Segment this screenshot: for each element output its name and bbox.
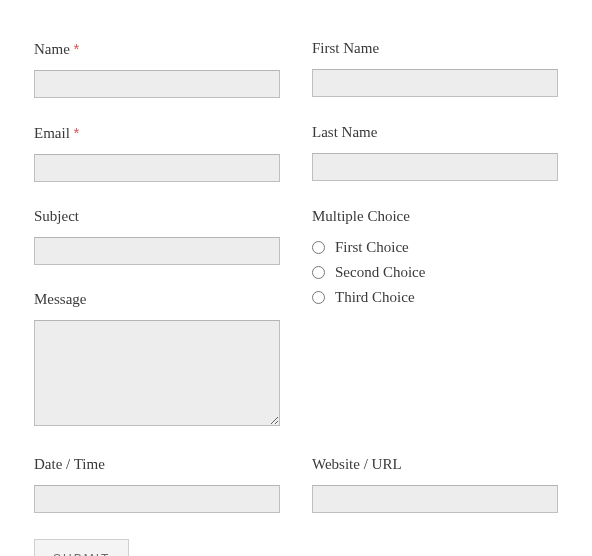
required-marker: * bbox=[74, 40, 80, 57]
last-name-input[interactable] bbox=[312, 153, 558, 181]
last-name-label: Last Name bbox=[312, 124, 558, 141]
field-first-name: First Name bbox=[312, 40, 558, 98]
field-subject: Subject Message bbox=[34, 208, 280, 430]
radio-option[interactable]: Second Choice bbox=[312, 264, 558, 281]
email-input[interactable] bbox=[34, 154, 280, 182]
name-label: Name * bbox=[34, 40, 280, 58]
submit-button[interactable]: SUBMIT bbox=[34, 539, 129, 556]
multiple-choice-group: First Choice Second Choice Third Choice bbox=[312, 237, 558, 306]
first-name-label: First Name bbox=[312, 40, 558, 57]
field-last-name: Last Name bbox=[312, 124, 558, 182]
field-name: Name * bbox=[34, 40, 280, 98]
message-textarea[interactable] bbox=[34, 320, 280, 426]
radio-label: Third Choice bbox=[335, 289, 415, 306]
field-email: Email * bbox=[34, 124, 280, 182]
first-name-input[interactable] bbox=[312, 69, 558, 97]
radio-option[interactable]: First Choice bbox=[312, 239, 558, 256]
message-label: Message bbox=[34, 291, 280, 308]
radio-option[interactable]: Third Choice bbox=[312, 289, 558, 306]
radio-second-choice[interactable] bbox=[312, 266, 325, 279]
required-marker: * bbox=[74, 124, 80, 141]
subject-label: Subject bbox=[34, 208, 280, 225]
radio-label: First Choice bbox=[335, 239, 409, 256]
contact-form: Name * First Name Email * Last Name Subj… bbox=[0, 0, 592, 556]
website-url-input[interactable] bbox=[312, 485, 558, 513]
radio-first-choice[interactable] bbox=[312, 241, 325, 254]
field-multiple-choice: Multiple Choice First Choice Second Choi… bbox=[312, 208, 558, 430]
field-date-time: Date / Time bbox=[34, 456, 280, 513]
date-time-label: Date / Time bbox=[34, 456, 280, 473]
multiple-choice-label: Multiple Choice bbox=[312, 208, 558, 225]
date-time-input[interactable] bbox=[34, 485, 280, 513]
radio-third-choice[interactable] bbox=[312, 291, 325, 304]
name-input[interactable] bbox=[34, 70, 280, 98]
radio-label: Second Choice bbox=[335, 264, 425, 281]
website-url-label: Website / URL bbox=[312, 456, 558, 473]
email-label: Email * bbox=[34, 124, 280, 142]
field-website-url: Website / URL bbox=[312, 456, 558, 513]
subject-input[interactable] bbox=[34, 237, 280, 265]
